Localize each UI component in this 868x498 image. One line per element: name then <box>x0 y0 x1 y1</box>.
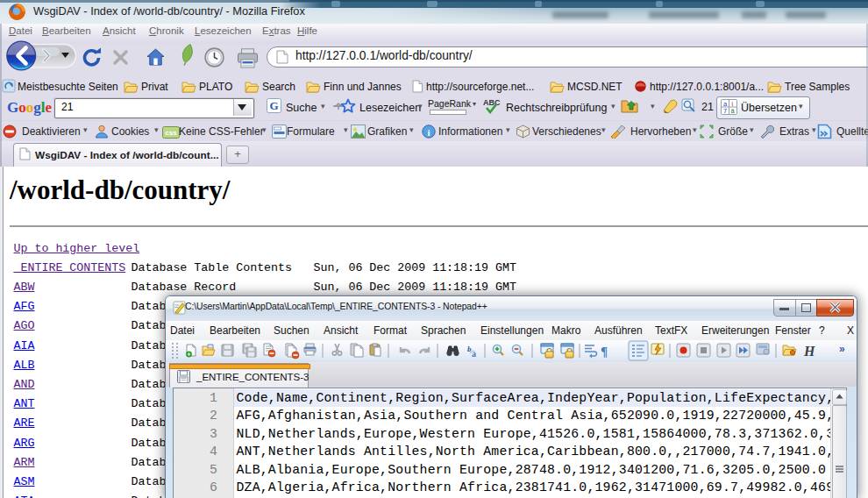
svg-text:7: 7 <box>723 107 727 115</box>
svg-text:i: i <box>427 127 430 138</box>
svg-text:H: H <box>803 344 815 359</box>
svg-text:G: G <box>269 99 278 112</box>
svg-text:ABC: ABC <box>483 98 501 107</box>
svg-text:css: css <box>165 129 177 137</box>
svg-text:»: » <box>839 343 845 355</box>
svg-text:a: a <box>472 349 476 359</box>
svg-text:¶: ¶ <box>601 345 608 359</box>
